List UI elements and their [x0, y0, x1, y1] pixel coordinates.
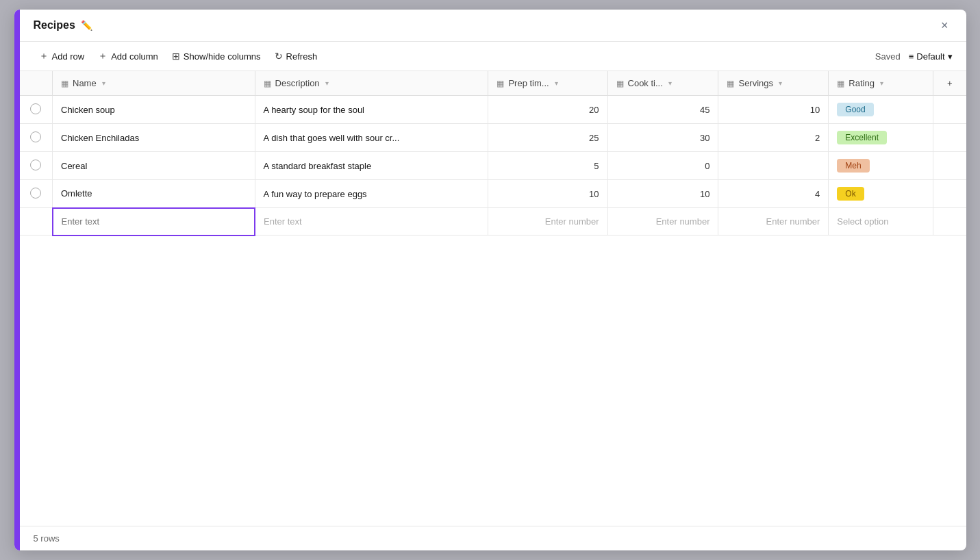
row-servings-cell[interactable]: 10 [718, 96, 829, 124]
add-column-label: Add column [111, 51, 158, 62]
rating-sort-icon: ▾ [880, 79, 883, 87]
row-cook-cell[interactable]: 30 [607, 124, 718, 152]
row-cook-cell[interactable]: 45 [607, 96, 718, 124]
table-row: CerealA standard breakfast staple50Meh [20, 152, 966, 180]
row-servings-cell[interactable]: 4 [718, 180, 829, 208]
add-row-icon: ＋ [39, 50, 49, 62]
col-header-add[interactable]: + [933, 71, 966, 96]
row-description-cell[interactable]: A dish that goes well with sour cr... [255, 124, 488, 152]
row-name-cell[interactable]: Omlette [53, 180, 255, 208]
rows-count: 5 rows [34, 533, 60, 544]
new-row-servings-cell[interactable]: Enter number [718, 208, 829, 236]
col-header-checkbox [20, 71, 53, 96]
row-checkbox-cell [20, 124, 53, 152]
rating-badge: Meh [837, 159, 869, 173]
refresh-icon: ↻ [275, 51, 283, 62]
col-header-cook-time[interactable]: ▦ Cook ti... ▾ [607, 71, 718, 96]
new-row-rating-cell[interactable]: Select option [829, 208, 933, 236]
name-col-icon: ▦ [61, 79, 68, 88]
rating-badge: Excellent [837, 131, 887, 144]
row-checkbox-cell [20, 152, 53, 180]
table-header-row: ▦ Name ▾ ▦ Description ▾ [20, 71, 966, 96]
new-row-name-cell[interactable] [53, 208, 255, 236]
edit-icon[interactable]: ✏️ [81, 20, 92, 31]
col-header-servings[interactable]: ▦ Servings ▾ [718, 71, 829, 96]
col-description-label: Description [275, 78, 320, 88]
rating-col-icon: ▦ [837, 79, 844, 88]
row-checkbox[interactable] [30, 160, 41, 170]
add-column-icon: ＋ [98, 50, 108, 62]
toolbar: ＋ Add row ＋ Add column ⊞ Show/hide colum… [20, 42, 966, 71]
rating-badge: Ok [837, 187, 864, 201]
row-name-cell[interactable]: Cereal [53, 152, 255, 180]
col-name-label: Name [73, 78, 97, 88]
row-checkbox-cell [20, 96, 53, 124]
prep-col-icon: ▦ [497, 79, 504, 88]
row-servings-cell[interactable]: 2 [718, 124, 829, 152]
desc-col-icon: ▦ [264, 79, 271, 88]
new-row-checkbox-cell [20, 208, 53, 236]
cook-col-icon: ▦ [616, 79, 624, 88]
row-checkbox-cell [20, 180, 53, 208]
add-row-button[interactable]: ＋ Add row [34, 47, 90, 65]
new-row-checkbox[interactable] [28, 215, 44, 226]
servings-sort-icon: ▾ [779, 79, 782, 87]
default-label: Default [916, 51, 944, 62]
add-column-button[interactable]: ＋ Add column [92, 47, 164, 65]
col-rating-label: Rating [849, 78, 875, 88]
rating-badge: Good [837, 103, 873, 116]
close-button[interactable]: × [937, 18, 953, 33]
show-hide-icon: ⊞ [172, 51, 180, 62]
row-prep-cell[interactable]: 10 [488, 180, 607, 208]
col-cook-label: Cook ti... [628, 78, 663, 88]
row-servings-cell[interactable] [718, 152, 829, 180]
row-name-cell[interactable]: Chicken soup [53, 96, 255, 124]
row-description-cell[interactable]: A hearty soup for the soul [255, 96, 488, 124]
row-prep-cell[interactable]: 25 [488, 124, 607, 152]
modal-footer: 5 rows [20, 526, 966, 550]
row-rating-cell[interactable]: Ok [829, 180, 933, 208]
col-header-rating[interactable]: ▦ Rating ▾ [829, 71, 933, 96]
recipes-table: ▦ Name ▾ ▦ Description ▾ [20, 71, 966, 236]
desc-sort-icon: ▾ [325, 79, 329, 87]
col-servings-label: Servings [738, 78, 773, 88]
col-header-prep-time[interactable]: ▦ Prep tim... ▾ [488, 71, 607, 96]
row-name-cell[interactable]: Chicken Enchiladas [53, 124, 255, 152]
row-rating-cell[interactable]: Good [829, 96, 933, 124]
row-cook-cell[interactable]: 0 [607, 152, 718, 180]
default-button[interactable]: ≡ Default ▾ [909, 51, 953, 62]
new-row-description-cell[interactable]: Enter text [255, 208, 488, 236]
new-row-name-input[interactable] [62, 216, 247, 227]
sidebar-strip [14, 10, 20, 550]
new-row-prep-cell[interactable]: Enter number [488, 208, 607, 236]
toolbar-right: Saved ≡ Default ▾ [875, 51, 953, 62]
add-row-label: Add row [52, 51, 85, 62]
row-rating-cell[interactable]: Meh [829, 152, 933, 180]
row-prep-cell[interactable]: 5 [488, 152, 607, 180]
name-sort-icon: ▾ [102, 79, 105, 87]
row-description-cell[interactable]: A standard breakfast staple [255, 152, 488, 180]
modal-title: Recipes [34, 19, 75, 31]
row-description-cell[interactable]: A fun way to prepare eggs [255, 180, 488, 208]
row-checkbox[interactable] [30, 131, 41, 142]
table-row: Chicken soupA hearty soup for the soul20… [20, 96, 966, 124]
col-header-description[interactable]: ▦ Description ▾ [255, 71, 488, 96]
col-prep-label: Prep tim... [508, 78, 549, 88]
modal-header: Recipes ✏️ × [20, 10, 966, 42]
refresh-label: Refresh [286, 51, 318, 62]
saved-label: Saved [875, 51, 901, 62]
default-chevron-icon: ▾ [948, 51, 953, 62]
row-prep-cell[interactable]: 20 [488, 96, 607, 124]
row-checkbox[interactable] [30, 188, 41, 199]
show-hide-label: Show/hide columns [184, 51, 261, 62]
row-checkbox[interactable] [30, 103, 41, 114]
new-row: Enter textEnter numberEnter numberEnter … [20, 208, 966, 236]
default-icon: ≡ [909, 51, 914, 62]
col-header-name[interactable]: ▦ Name ▾ [53, 71, 255, 96]
show-hide-columns-button[interactable]: ⊞ Show/hide columns [166, 48, 266, 64]
row-rating-cell[interactable]: Excellent [829, 124, 933, 152]
row-cook-cell[interactable]: 10 [607, 180, 718, 208]
cook-sort-icon: ▾ [668, 79, 672, 87]
new-row-cook-cell[interactable]: Enter number [607, 208, 718, 236]
refresh-button[interactable]: ↻ Refresh [269, 48, 323, 64]
